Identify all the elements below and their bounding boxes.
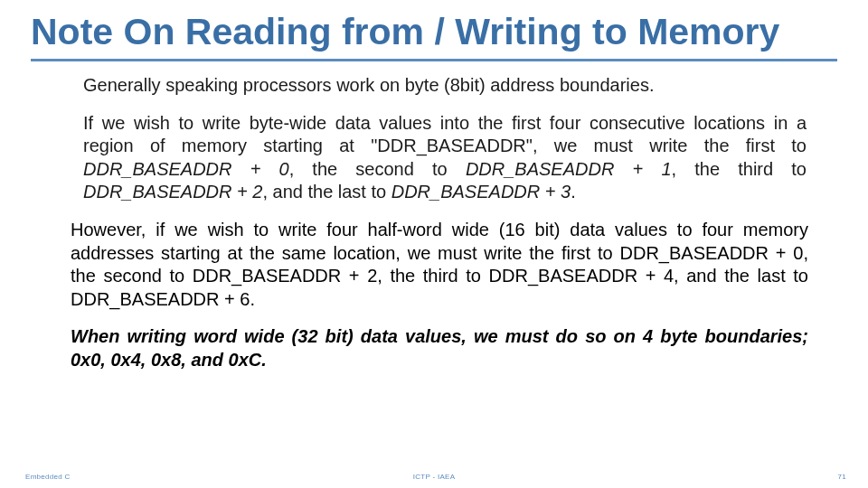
p2-run-c: , the third to	[672, 159, 807, 179]
paragraph-2: If we wish to write byte-wide data value…	[83, 112, 807, 204]
slide-title: Note On Reading from / Writing to Memory	[0, 0, 868, 59]
body-block-2: However, if we wish to write four half-w…	[0, 219, 868, 372]
p2-run-e: .	[571, 182, 576, 202]
slide: Note On Reading from / Writing to Memory…	[0, 0, 868, 488]
body-block-1: Generally speaking processors work on by…	[0, 74, 868, 204]
p2-run-b: , the second to	[289, 159, 466, 179]
footer-center: ICTP - IAEA	[0, 473, 868, 481]
p2-addr-0: DDR_BASEADDR + 0	[83, 159, 289, 179]
footer: Embedded C ICTP - IAEA 71	[0, 473, 868, 481]
p2-addr-3: DDR_BASEADDR + 3	[392, 182, 571, 202]
p2-run-a: If we wish to write byte-wide data value…	[83, 113, 807, 156]
p2-addr-1: DDR_BASEADDR + 1	[466, 159, 672, 179]
p2-run-d: , and the last to	[262, 182, 391, 202]
paragraph-4: When writing word wide (32 bit) data val…	[71, 325, 808, 371]
paragraph-3: However, if we wish to write four half-w…	[71, 219, 808, 311]
p2-addr-2: DDR_BASEADDR + 2	[83, 182, 262, 202]
paragraph-1: Generally speaking processors work on by…	[83, 74, 807, 98]
title-underline	[31, 59, 837, 61]
